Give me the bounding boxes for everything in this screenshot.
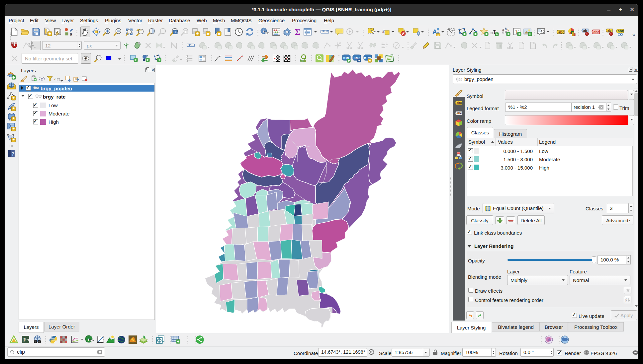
svg-text:Z: Z <box>625 300 627 302</box>
svg-text:abc: abc <box>457 111 462 115</box>
svg-text:ε: ε <box>54 76 56 81</box>
svg-text:abc: abc <box>457 101 462 105</box>
svg-text:A: A <box>625 298 627 300</box>
